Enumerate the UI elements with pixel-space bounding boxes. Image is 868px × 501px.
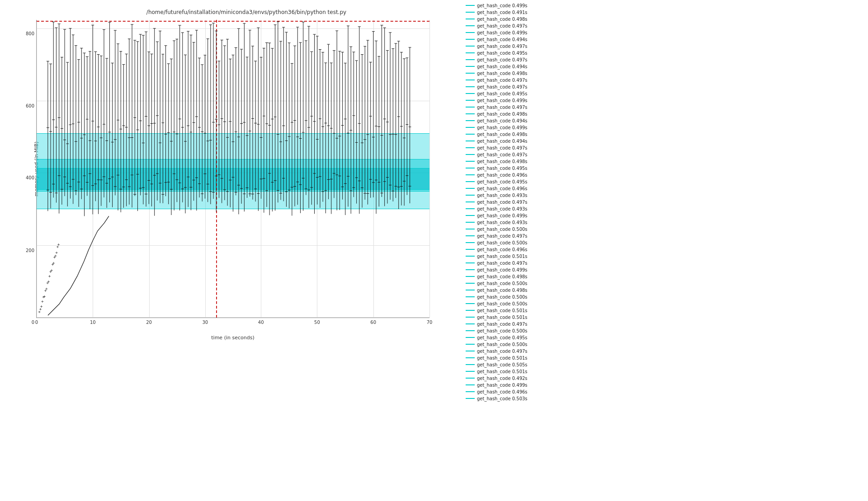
chart-area: /home/futurefu/installation/miniconda3/e…	[0, 0, 461, 501]
legend-item: get_hash_code 0.500s	[466, 280, 863, 286]
legend-item: get_hash_code 0.501s	[466, 307, 863, 314]
legend-label: get_hash_code 0.494s	[477, 139, 528, 144]
legend-line	[466, 188, 475, 189]
legend-item: get_hash_code 0.500s	[466, 328, 863, 334]
legend-label: get_hash_code 0.501s	[477, 308, 528, 313]
legend-item: get_hash_code 0.492s	[466, 375, 863, 381]
legend-item: get_hash_code 0.496s	[466, 389, 863, 395]
legend-item: get_hash_code 0.495s	[466, 50, 863, 56]
legend-item: get_hash_code 0.501s	[466, 253, 863, 259]
svg-text:+: +	[52, 261, 55, 265]
legend-item: get_hash_code 0.501s	[466, 368, 863, 375]
legend-label: get_hash_code 0.497s	[477, 105, 528, 110]
legend-item: get_hash_code 0.499s	[466, 267, 863, 273]
legend-label: get_hash_code 0.495s	[477, 91, 528, 96]
legend-label: get_hash_code 0.493s	[477, 206, 528, 211]
legend-item: get_hash_code 0.494s	[466, 138, 863, 144]
legend-item: get_hash_code 0.495s	[466, 178, 863, 185]
x-axis-label: time (in seconds)	[211, 335, 254, 341]
legend-line	[466, 201, 475, 202]
svg-text:+: +	[43, 295, 46, 299]
legend-line	[466, 25, 475, 26]
legend-item: get_hash_code 0.498s	[466, 287, 863, 293]
legend-line	[466, 215, 475, 216]
legend-panel: get_hash_code 0.499sget_hash_code 0.491s…	[461, 0, 868, 501]
y-tick-600: 600	[26, 103, 34, 108]
legend-item: get_hash_code 0.496s	[466, 185, 863, 192]
legend-line	[466, 120, 475, 121]
legend-label: get_hash_code 0.498s	[477, 112, 528, 117]
legend-label: get_hash_code 0.496s	[477, 173, 528, 178]
legend-line	[466, 256, 475, 257]
legend-line	[466, 66, 475, 67]
legend-label: get_hash_code 0.499s	[477, 267, 528, 272]
legend-line	[466, 86, 475, 87]
legend-label: get_hash_code 0.493s	[477, 220, 528, 225]
legend-line	[466, 364, 475, 365]
legend-item: get_hash_code 0.499s	[466, 212, 863, 219]
legend-label: get_hash_code 0.496s	[477, 389, 528, 394]
legend-item: get_hash_code 0.496s	[466, 172, 863, 178]
legend-item: get_hash_code 0.498s	[466, 131, 863, 137]
legend-label: get_hash_code 0.501s	[477, 315, 528, 320]
legend-line	[466, 330, 475, 331]
legend-item: get_hash_code 0.497s	[466, 199, 863, 205]
x-tick-0: 0	[35, 320, 38, 325]
x-tick-70: 70	[427, 320, 433, 325]
legend-label: get_hash_code 0.491s	[477, 10, 528, 15]
legend-label: get_hash_code 0.499s	[477, 125, 528, 130]
legend-label: get_hash_code 0.492s	[477, 376, 528, 381]
legend-line	[466, 73, 475, 74]
legend-line	[466, 19, 475, 19]
spike-group: ++++++++++++++++++++	[38, 22, 411, 314]
legend-label: get_hash_code 0.496s	[477, 247, 528, 252]
legend-item: get_hash_code 0.498s	[466, 158, 863, 164]
legend-item: get_hash_code 0.491s	[466, 9, 863, 15]
legend-line	[466, 276, 475, 277]
legend-line	[466, 208, 475, 209]
legend-line	[466, 46, 475, 47]
svg-text:+: +	[45, 287, 48, 291]
legend-line	[466, 80, 475, 80]
legend-item: get_hash_code 0.500s	[466, 226, 863, 232]
legend-label: get_hash_code 0.494s	[477, 64, 528, 69]
legend-line	[466, 5, 475, 6]
legend-item: get_hash_code 0.494s	[466, 36, 863, 42]
legend-item: get_hash_code 0.501s	[466, 355, 863, 361]
legend-label: get_hash_code 0.501s	[477, 254, 528, 259]
legend-item: get_hash_code 0.493s	[466, 206, 863, 212]
legend-line	[466, 59, 475, 60]
legend-label: get_hash_code 0.501s	[477, 369, 528, 374]
legend-line	[466, 242, 475, 243]
legend-label: get_hash_code 0.498s	[477, 274, 528, 279]
legend-item: get_hash_code 0.497s	[466, 145, 863, 151]
x-tick-60: 60	[370, 320, 376, 325]
svg-text:+: +	[48, 274, 51, 278]
legend-label: get_hash_code 0.497s	[477, 44, 528, 49]
legend-item: get_hash_code 0.497s	[466, 56, 863, 63]
legend-label: get_hash_code 0.497s	[477, 84, 528, 89]
x-tick-40: 40	[258, 320, 264, 325]
svg-text:+: +	[50, 268, 53, 272]
legend-item: get_hash_code 0.493s	[466, 192, 863, 198]
legend-label: get_hash_code 0.498s	[477, 288, 528, 293]
legend-line	[466, 93, 475, 94]
legend-label: get_hash_code 0.500s	[477, 301, 528, 306]
legend-item: get_hash_code 0.498s	[466, 16, 863, 22]
legend-label: get_hash_code 0.495s	[477, 51, 528, 56]
legend-line	[466, 32, 475, 33]
legend-line	[466, 229, 475, 229]
legend-line	[466, 222, 475, 223]
legend-line	[466, 310, 475, 311]
legend-item: get_hash_code 0.500s	[466, 294, 863, 300]
legend-label: get_hash_code 0.500s	[477, 342, 528, 347]
legend-line	[466, 323, 475, 324]
legend-line	[466, 161, 475, 162]
legend-line	[466, 391, 475, 392]
legend-line	[466, 52, 475, 53]
legend-line	[466, 269, 475, 270]
chart-title: /home/futurefu/installation/miniconda3/e…	[36, 9, 457, 15]
legend-line	[466, 384, 475, 385]
legend-line	[466, 262, 475, 263]
legend-item: get_hash_code 0.497s	[466, 348, 863, 354]
